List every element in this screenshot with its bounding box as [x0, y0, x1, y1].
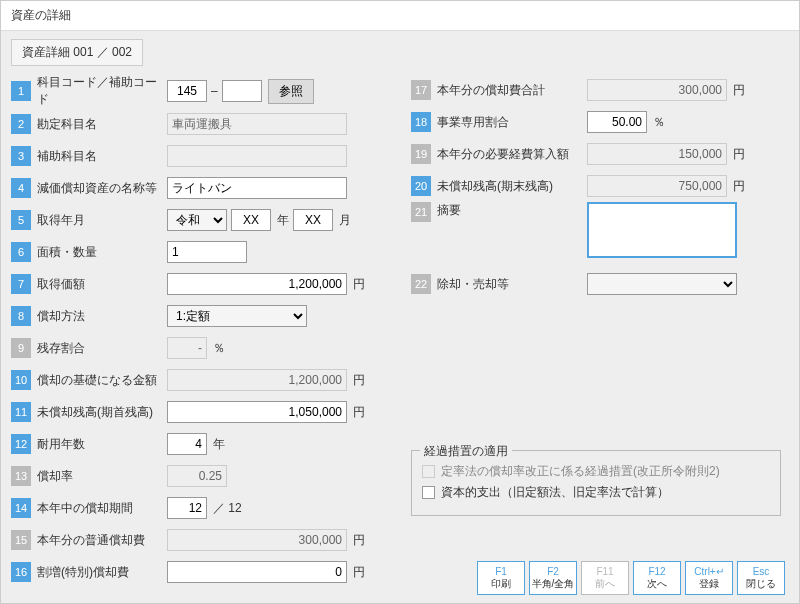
field-label: 補助科目名: [37, 148, 167, 165]
row-code: 1 科目コード／補助コード – 参照: [11, 74, 391, 108]
field-number: 1: [11, 81, 31, 101]
months-input[interactable]: [167, 497, 207, 519]
lookup-button[interactable]: 参照: [268, 79, 314, 104]
row-endbal: 20 未償却残高(期末残高) 円: [411, 170, 781, 202]
title-bar: 資産の詳細: [1, 1, 799, 31]
field-label: 摘要: [437, 202, 587, 219]
row-acq-date: 5 取得年月 令和 年 月: [11, 204, 391, 236]
yen-unit: 円: [353, 564, 365, 581]
checkbox-row-rate-revision: 定率法の償却率改正に係る経過措置(改正所令附則2): [422, 463, 770, 480]
field-number: 4: [11, 178, 31, 198]
beginning-balance-input[interactable]: [167, 401, 347, 423]
yen-unit: 円: [353, 532, 365, 549]
field-number: 8: [11, 306, 31, 326]
field-label: 本年中の償却期間: [37, 500, 167, 517]
residual-ratio-input: [167, 337, 207, 359]
extra-depreciation-input[interactable]: [167, 561, 347, 583]
field-number: 16: [11, 562, 31, 582]
pct-unit: ％: [213, 340, 225, 357]
row-total: 17 本年分の償却費合計 円: [411, 74, 781, 106]
close-button[interactable]: Esc閉じる: [737, 561, 785, 595]
era-year-input[interactable]: [231, 209, 271, 231]
yen-unit: 円: [733, 82, 745, 99]
code-sub-input[interactable]: [222, 80, 262, 102]
field-label: 減価償却資産の名称等: [37, 180, 167, 197]
necessary-expense-input: [587, 143, 727, 165]
depreciation-method-select[interactable]: 1:定額: [167, 305, 307, 327]
yen-unit: 円: [353, 372, 365, 389]
halfwidth-button[interactable]: F2半角/全角: [529, 561, 577, 595]
field-label: 取得価額: [37, 276, 167, 293]
field-label: 残存割合: [37, 340, 167, 357]
row-cost: 7 取得価額 円: [11, 268, 391, 300]
checkbox-label: 定率法の償却率改正に係る経過措置(改正所令附則2): [441, 463, 720, 480]
field-number: 9: [11, 338, 31, 358]
era-month-input[interactable]: [293, 209, 333, 231]
tab-asset-detail[interactable]: 資産詳細 001 ／ 002: [11, 39, 143, 66]
field-label: 科目コード／補助コード: [37, 74, 167, 108]
field-label: 除却・売却等: [437, 276, 587, 293]
yen-unit: 円: [353, 276, 365, 293]
field-label: 耐用年数: [37, 436, 167, 453]
business-ratio-input[interactable]: [587, 111, 647, 133]
row-account: 2 勘定科目名: [11, 108, 391, 140]
field-label: 未償却残高(期末残高): [437, 178, 587, 195]
field-label: 償却率: [37, 468, 167, 485]
row-extra: 16 割増(特別)償却費 円: [11, 556, 391, 588]
field-number: 10: [11, 370, 31, 390]
field-number: 19: [411, 144, 431, 164]
field-label: 償却方法: [37, 308, 167, 325]
content: 資産詳細 001 ／ 002 1 科目コード／補助コード – 参照 2 勘定科目…: [1, 31, 799, 604]
quantity-input[interactable]: [167, 241, 247, 263]
field-label: 償却の基礎になる金額: [37, 372, 167, 389]
right-column: 17 本年分の償却費合計 円 18 事業専用割合 ％ 19 本年分の必要経費算入…: [411, 74, 781, 588]
field-number: 11: [11, 402, 31, 422]
ordinary-depreciation-input: [167, 529, 347, 551]
month-unit: 月: [339, 212, 351, 229]
row-biz-ratio: 18 事業専用割合 ％: [411, 106, 781, 138]
year-unit: 年: [277, 212, 289, 229]
field-number: 5: [11, 210, 31, 230]
field-number: 14: [11, 498, 31, 518]
field-number: 18: [411, 112, 431, 132]
prev-button: F11前へ: [581, 561, 629, 595]
print-button[interactable]: F1印刷: [477, 561, 525, 595]
row-subaccount: 3 補助科目名: [11, 140, 391, 172]
row-disposal: 22 除却・売却等: [411, 268, 781, 300]
row-expense: 19 本年分の必要経費算入額 円: [411, 138, 781, 170]
field-number: 3: [11, 146, 31, 166]
depreciation-rate-input: [167, 465, 227, 487]
checkbox-row-capital-expenditure[interactable]: 資本的支出（旧定額法、旧定率法で計算）: [422, 484, 770, 501]
field-number: 2: [11, 114, 31, 134]
year-unit: 年: [213, 436, 225, 453]
code-main-input[interactable]: [167, 80, 207, 102]
yen-unit: 円: [353, 404, 365, 421]
row-residual: 9 残存割合 ％: [11, 332, 391, 364]
summary-textarea[interactable]: [587, 202, 737, 258]
row-begbal: 11 未償却残高(期首残高) 円: [11, 396, 391, 428]
subaccount-name-input: [167, 145, 347, 167]
acquisition-cost-input[interactable]: [167, 273, 347, 295]
field-number: 6: [11, 242, 31, 262]
next-button[interactable]: F12次へ: [633, 561, 681, 595]
asset-name-input[interactable]: [167, 177, 347, 199]
row-summary: 21 摘要: [411, 202, 781, 258]
pct-unit: ％: [653, 114, 665, 131]
field-label: 本年分の必要経費算入額: [437, 146, 587, 163]
useful-life-input[interactable]: [167, 433, 207, 455]
register-button[interactable]: Ctrl+↵登録: [685, 561, 733, 595]
field-label: 勘定科目名: [37, 116, 167, 133]
months-denom: ／ 12: [213, 500, 242, 517]
row-asset-name: 4 減価償却資産の名称等: [11, 172, 391, 204]
era-select[interactable]: 令和: [167, 209, 227, 231]
field-label: 未償却残高(期首残高): [37, 404, 167, 421]
left-column: 1 科目コード／補助コード – 参照 2 勘定科目名 3 補助科目名 4 減価償…: [11, 74, 391, 588]
total-depreciation-input: [587, 79, 727, 101]
field-label: 割増(特別)償却費: [37, 564, 167, 581]
checkbox-icon[interactable]: [422, 486, 435, 499]
field-number: 20: [411, 176, 431, 196]
field-label: 事業専用割合: [437, 114, 587, 131]
checkbox-icon: [422, 465, 435, 478]
field-label: 本年分の普通償却費: [37, 532, 167, 549]
disposal-select[interactable]: [587, 273, 737, 295]
